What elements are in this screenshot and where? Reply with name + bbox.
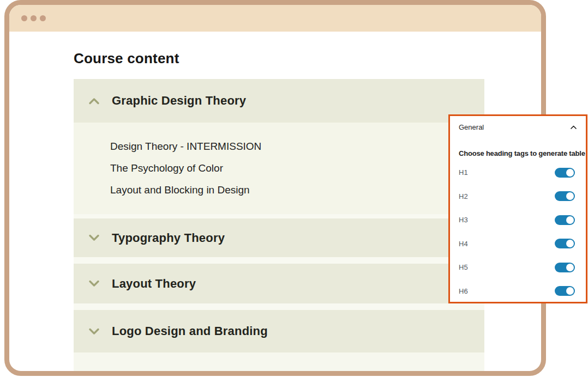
section-title: Logo Design and Branding [112,324,268,338]
toggle-label: H4 [459,240,468,248]
page-title: Course content [74,50,541,67]
lesson-item[interactable]: Layout and Blocking in Design [110,179,484,201]
toggle-row-h6: H6 [459,279,577,303]
toggle-row-h5: H5 [459,256,577,279]
accordion-content-graphic-design-theory: Design Theory - INTERMISSION The Psychol… [74,123,484,214]
toggle-h2[interactable] [555,191,575,201]
window-titlebar [9,5,541,32]
accordion-header-typography-theory[interactable]: Typography Theory [74,218,484,257]
accordion-header-graphic-design-theory[interactable]: Graphic Design Theory [74,79,484,123]
section-divider [74,303,484,310]
toggle-h6[interactable] [555,286,575,296]
window-dot-icon [40,15,46,21]
window-controls [21,15,46,21]
chevron-down-icon [88,328,100,335]
accordion-header-logo-design-and-branding[interactable]: Logo Design and Branding [74,310,484,352]
toggle-row-h4: H4 [459,232,577,256]
course-content-accordion: Graphic Design Theory Design Theory - IN… [74,79,484,374]
general-settings-panel: General Choose heading tags to generate … [448,114,587,303]
panel-header-general[interactable]: General [459,123,577,131]
toggle-knob [566,216,574,224]
toggle-label: H2 [459,192,468,200]
next-section-strip [74,352,484,374]
section-divider [74,214,484,218]
panel-description: Choose heading tags to generate table [459,149,586,157]
section-title: Layout Theory [112,277,196,291]
heading-toggle-list: H1 H2 H3 H4 H5 H6 [459,161,577,303]
window-dot-icon [31,15,37,21]
window-dot-icon [21,15,27,21]
lesson-item[interactable]: The Psychology of Color [110,157,484,179]
panel-title: General [459,123,484,131]
chevron-up-icon [88,98,100,105]
accordion-header-layout-theory[interactable]: Layout Theory [74,264,484,303]
toggle-h1[interactable] [555,168,575,178]
toggle-h4[interactable] [555,239,575,248]
toggle-label: H6 [459,287,468,295]
toggle-label: H1 [459,168,468,177]
chevron-up-icon [570,125,577,130]
toggle-row-h1: H1 [459,161,577,185]
toggle-h3[interactable] [555,215,575,225]
toggle-knob [566,287,574,295]
chevron-down-icon [88,234,100,241]
toggle-knob [566,192,574,200]
toggle-knob [566,169,574,177]
toggle-knob [566,240,574,247]
toggle-h5[interactable] [555,263,575,272]
toggle-row-h3: H3 [459,208,577,232]
toggle-row-h2: H2 [459,185,577,209]
section-title: Graphic Design Theory [112,94,246,108]
toggle-label: H3 [459,216,468,224]
toggle-label: H5 [459,263,468,271]
section-divider [74,257,484,264]
toggle-knob [566,264,574,271]
lesson-item[interactable]: Design Theory - INTERMISSION [110,136,484,157]
section-title: Typography Theory [112,231,225,245]
chevron-down-icon [88,280,100,287]
